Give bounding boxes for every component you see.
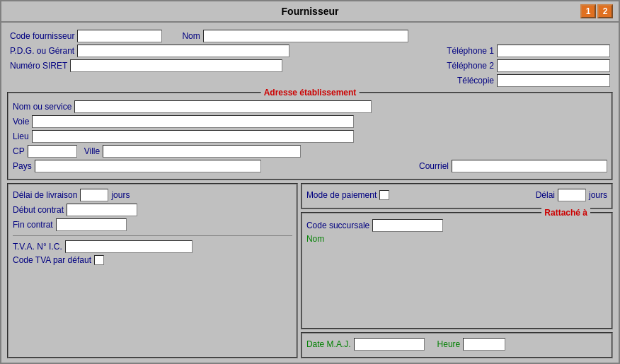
courriel-input[interactable] bbox=[452, 160, 607, 172]
heure-label: Heure bbox=[437, 339, 461, 349]
tva-input[interactable] bbox=[65, 240, 193, 253]
delai-input[interactable] bbox=[80, 189, 108, 201]
fin-contrat-label: Fin contrat bbox=[13, 220, 53, 230]
fournisseur-window: Fournisseur 1 2 Code fournisseur Nom P.D… bbox=[0, 0, 620, 364]
date-maj-label: Date M.A.J. bbox=[306, 339, 351, 349]
code-succursale-input[interactable] bbox=[372, 219, 443, 232]
code-succursale-label: Code succursale bbox=[306, 221, 369, 230]
pdg-label: P.D.G. ou Gérant bbox=[10, 46, 74, 56]
voie-input[interactable] bbox=[32, 115, 354, 128]
row-tel-pdg: P.D.G. ou Gérant Numéro SIRET Téléphone … bbox=[10, 45, 610, 89]
row-pays-courriel: Pays Courriel bbox=[13, 160, 607, 172]
nom-service-label: Nom ou service bbox=[13, 102, 71, 112]
row-cp-ville: CP Ville bbox=[13, 145, 607, 158]
ville-label: Ville bbox=[84, 146, 100, 156]
title-bar: Fournisseur 1 2 bbox=[1, 1, 619, 23]
row-nom-service: Nom ou service bbox=[13, 100, 607, 113]
nom-input[interactable] bbox=[203, 30, 408, 42]
lieu-input[interactable] bbox=[32, 130, 354, 143]
tel1-input[interactable] bbox=[497, 45, 610, 57]
tel1-label: Téléphone 1 bbox=[447, 46, 494, 56]
delai2-input[interactable] bbox=[558, 189, 586, 201]
adresse-section: Adresse établissement Nom ou service Voi… bbox=[7, 92, 613, 180]
nom-service-input[interactable] bbox=[74, 100, 372, 113]
row-tel1: Téléphone 1 bbox=[289, 45, 610, 57]
nom-label: Nom bbox=[182, 31, 200, 41]
rattache-section: Rattaché à Code succursale Nom bbox=[301, 212, 613, 329]
cp-label: CP bbox=[13, 146, 25, 156]
right-bottom-panel: Mode de paiement Délai jours Rattaché à … bbox=[301, 183, 613, 358]
row-siret: Numéro SIRET bbox=[10, 59, 289, 72]
row-fin-contrat: Fin contrat bbox=[13, 218, 292, 231]
right-col: Téléphone 1 Téléphone 2 Télécopie bbox=[289, 45, 610, 89]
left-bottom-panel: Délai de livraison jours Début contrat F… bbox=[7, 183, 298, 358]
rattache-title: Rattaché à bbox=[541, 208, 590, 218]
btn2[interactable]: 2 bbox=[597, 4, 613, 18]
tva-label: T.V.A. N° I.C. bbox=[13, 242, 62, 252]
top-fields: Code fournisseur Nom P.D.G. ou Gérant Nu… bbox=[7, 27, 613, 89]
jours-label: jours bbox=[111, 190, 130, 200]
delai-label: Délai de livraison bbox=[13, 190, 77, 200]
bottom-area: Délai de livraison jours Début contrat F… bbox=[7, 183, 613, 358]
voie-label: Voie bbox=[13, 117, 29, 127]
code-tva-label: Code TVA par défaut bbox=[13, 255, 91, 265]
siret-label: Numéro SIRET bbox=[10, 61, 67, 71]
code-tva-checkbox[interactable] bbox=[94, 255, 104, 265]
tva-section: T.V.A. N° I.C. Code TVA par défaut bbox=[13, 235, 292, 265]
jours2-label: jours bbox=[589, 190, 607, 200]
pays-label: Pays bbox=[13, 161, 32, 171]
code-fournisseur-input[interactable] bbox=[77, 30, 162, 42]
fin-contrat-input[interactable] bbox=[56, 218, 127, 231]
btn1[interactable]: 1 bbox=[580, 4, 596, 18]
row-tel2: Téléphone 2 bbox=[289, 59, 610, 72]
paiement-section: Mode de paiement Délai jours bbox=[301, 183, 613, 209]
lieu-label: Lieu bbox=[13, 131, 29, 141]
row-code-tva: Code TVA par défaut bbox=[13, 255, 292, 265]
row-voie: Voie bbox=[13, 115, 607, 128]
telecopie-input[interactable] bbox=[497, 74, 610, 87]
left-col: P.D.G. ou Gérant Numéro SIRET bbox=[10, 45, 289, 89]
nom2-label: Nom bbox=[306, 234, 324, 244]
debut-contrat-input[interactable] bbox=[67, 204, 137, 216]
row-date-maj: Date M.A.J. Heure bbox=[306, 338, 607, 351]
row-lieu: Lieu bbox=[13, 130, 607, 143]
title-bar-buttons: 1 2 bbox=[580, 4, 613, 18]
ville-input[interactable] bbox=[103, 145, 301, 158]
row-code-nom: Code fournisseur Nom bbox=[10, 30, 610, 42]
debut-contrat-label: Début contrat bbox=[13, 205, 64, 215]
courriel-label: Courriel bbox=[419, 161, 449, 171]
row-mode-paiement: Mode de paiement Délai jours bbox=[306, 189, 607, 201]
row-debut-contrat: Début contrat bbox=[13, 204, 292, 216]
mode-paiement-checkbox[interactable] bbox=[379, 190, 389, 200]
adresse-title: Adresse établissement bbox=[261, 88, 360, 98]
siret-input[interactable] bbox=[70, 59, 282, 72]
date-maj-input[interactable] bbox=[354, 338, 425, 351]
main-content: Code fournisseur Nom P.D.G. ou Gérant Nu… bbox=[1, 23, 619, 363]
pays-input[interactable] bbox=[35, 160, 261, 172]
row-code-succursale: Code succursale bbox=[306, 219, 607, 232]
row-telecopie: Télécopie bbox=[289, 74, 610, 87]
tel2-input[interactable] bbox=[497, 59, 610, 72]
pdg-input[interactable] bbox=[77, 45, 289, 57]
row-pdg: P.D.G. ou Gérant bbox=[10, 45, 289, 57]
datamaj-section: Date M.A.J. Heure bbox=[301, 332, 613, 358]
delai2-label: Délai bbox=[536, 190, 555, 200]
row-tva: T.V.A. N° I.C. bbox=[13, 240, 292, 253]
row-delai: Délai de livraison jours bbox=[13, 189, 292, 201]
tel2-label: Téléphone 2 bbox=[447, 61, 494, 71]
code-fournisseur-label: Code fournisseur bbox=[10, 31, 74, 41]
window-title: Fournisseur bbox=[282, 6, 339, 17]
mode-paiement-label: Mode de paiement bbox=[306, 190, 377, 200]
row-nom2: Nom bbox=[306, 234, 607, 244]
heure-input[interactable] bbox=[463, 338, 505, 351]
telecopie-label: Télécopie bbox=[457, 76, 494, 86]
cp-input[interactable] bbox=[28, 145, 77, 158]
